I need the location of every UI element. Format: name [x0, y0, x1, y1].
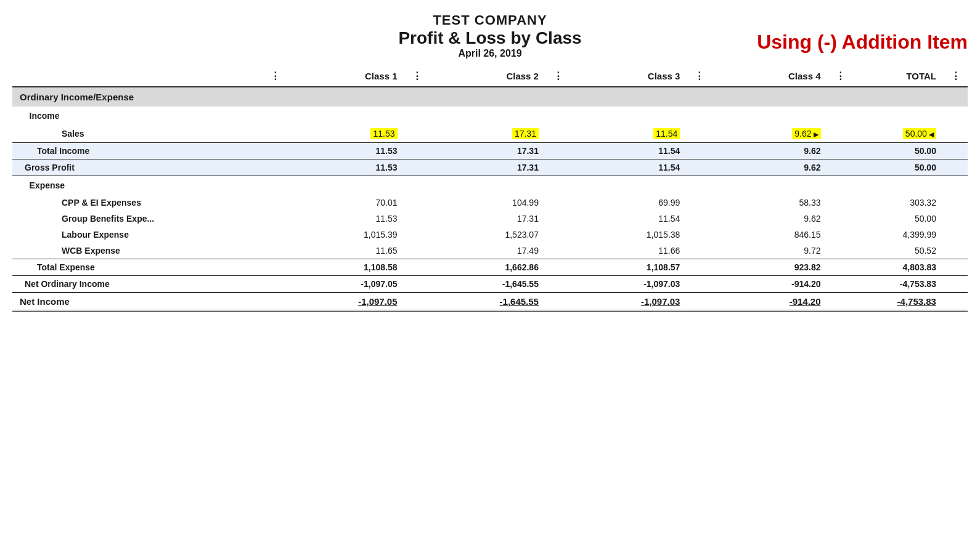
col-div [546, 259, 570, 276]
class3-value: 69.99 [570, 195, 687, 211]
col-div [828, 243, 852, 259]
col-divider-3: ⋮ [546, 65, 570, 87]
class1-value: -1,097.05 [287, 293, 404, 311]
total-value: -4,753.83 [852, 293, 944, 311]
class3-value: 11.54 [570, 143, 687, 159]
col-div [944, 125, 968, 143]
col-div [687, 125, 711, 143]
class2-value: 1,662.86 [429, 259, 546, 276]
class4-value: 9.72 [711, 243, 828, 259]
expense-item-label: Labour Expense [12, 227, 263, 243]
col-div [828, 143, 852, 159]
col-div [263, 211, 287, 227]
col-header-total: TOTAL [852, 65, 944, 87]
total-expense-row: Total Expense 1,108.58 1,662.86 1,108.57… [12, 259, 968, 276]
col-div [405, 259, 429, 276]
total-value: 4,803.83 [852, 259, 944, 276]
col-div [828, 159, 852, 176]
col-divider-1: ⋮ [263, 65, 287, 87]
expense-item-label: Group Benefits Expe... [12, 211, 263, 227]
col-div [263, 293, 287, 311]
col-div [263, 159, 287, 176]
total-label: Total Income [12, 143, 263, 159]
col-div [546, 227, 570, 243]
class4-value: 9.62 [711, 143, 828, 159]
item-label: Sales [12, 125, 263, 143]
col-div [944, 227, 968, 243]
net-income-label: Net Income [12, 293, 263, 311]
class2-value: 104.99 [429, 195, 546, 211]
col-div [263, 227, 287, 243]
class1-value: 11.53 [287, 159, 404, 176]
col-div [828, 211, 852, 227]
col-div [405, 243, 429, 259]
col-div [687, 276, 711, 293]
col-div [546, 159, 570, 176]
col-div [263, 195, 287, 211]
col-div [828, 227, 852, 243]
class1-value: 1,108.58 [287, 259, 404, 276]
subsection-label: Expense [12, 176, 968, 195]
col-div [405, 125, 429, 143]
class1-value: -1,097.05 [287, 276, 404, 293]
col-div [405, 276, 429, 293]
class2-value: 17.31 [429, 125, 546, 143]
report-header: TEST COMPANY Profit & Loss by Class Apri… [12, 12, 968, 59]
col-div [263, 259, 287, 276]
col-div [263, 243, 287, 259]
gross-profit-label: Gross Profit [12, 159, 263, 176]
total-value: 50.00 [852, 159, 944, 176]
class3-value: 11.54 [570, 211, 687, 227]
class2-value: 17.49 [429, 243, 546, 259]
class1-value: 11.53 [287, 125, 404, 143]
class4-value: -914.20 [711, 293, 828, 311]
col-divider-6: ⋮ [944, 65, 968, 87]
highlighted-value: 50.00 [903, 128, 936, 139]
expense-item-row: WCB Expense 11.65 17.49 11.66 9.72 50.52 [12, 243, 968, 259]
col-div [828, 195, 852, 211]
col-div [263, 125, 287, 143]
class3-value: -1,097.03 [570, 276, 687, 293]
sales-row: Sales 11.53 17.31 11.54 9.62 50.00 [12, 125, 968, 143]
class1-value: 11.53 [287, 211, 404, 227]
company-name: TEST COMPANY [12, 12, 968, 28]
col-div [405, 143, 429, 159]
class2-value: 17.31 [429, 211, 546, 227]
col-div [546, 125, 570, 143]
col-header-class1: Class 1 [287, 65, 404, 87]
class4-value: 58.33 [711, 195, 828, 211]
expense-item-row: Labour Expense 1,015.39 1,523.07 1,015.3… [12, 227, 968, 243]
col-div [546, 143, 570, 159]
col-div [944, 159, 968, 176]
total-value: 50.52 [852, 243, 944, 259]
col-divider-5: ⋮ [828, 65, 852, 87]
col-div [687, 211, 711, 227]
expense-item-row: CPP & EI Expenses 70.01 104.99 69.99 58.… [12, 195, 968, 211]
class1-value: 11.65 [287, 243, 404, 259]
total-income-row: Total Income 11.53 17.31 11.54 9.62 50.0… [12, 143, 968, 159]
class2-value: -1,645.55 [429, 276, 546, 293]
col-div [828, 259, 852, 276]
col-div [405, 227, 429, 243]
class4-value: 9.62 [711, 211, 828, 227]
col-div [687, 293, 711, 311]
col-div [687, 259, 711, 276]
col-div [263, 276, 287, 293]
class4-value: 923.82 [711, 259, 828, 276]
class3-value: 1,108.57 [570, 259, 687, 276]
class1-value: 1,015.39 [287, 227, 404, 243]
net-ordinary-income-row: Net Ordinary Income -1,097.05 -1,645.55 … [12, 276, 968, 293]
col-header-class4: Class 4 [711, 65, 828, 87]
col-div [546, 276, 570, 293]
col-div [828, 276, 852, 293]
col-div [828, 293, 852, 311]
class3-value: -1,097.03 [570, 293, 687, 311]
highlighted-value: 11.54 [653, 128, 680, 139]
class2-value: 17.31 [429, 143, 546, 159]
class2-value: 1,523.07 [429, 227, 546, 243]
subsection-label: Income [12, 107, 968, 125]
subsection-header-row: Income [12, 107, 968, 125]
col-div [546, 293, 570, 311]
col-div [405, 293, 429, 311]
col-div [944, 195, 968, 211]
